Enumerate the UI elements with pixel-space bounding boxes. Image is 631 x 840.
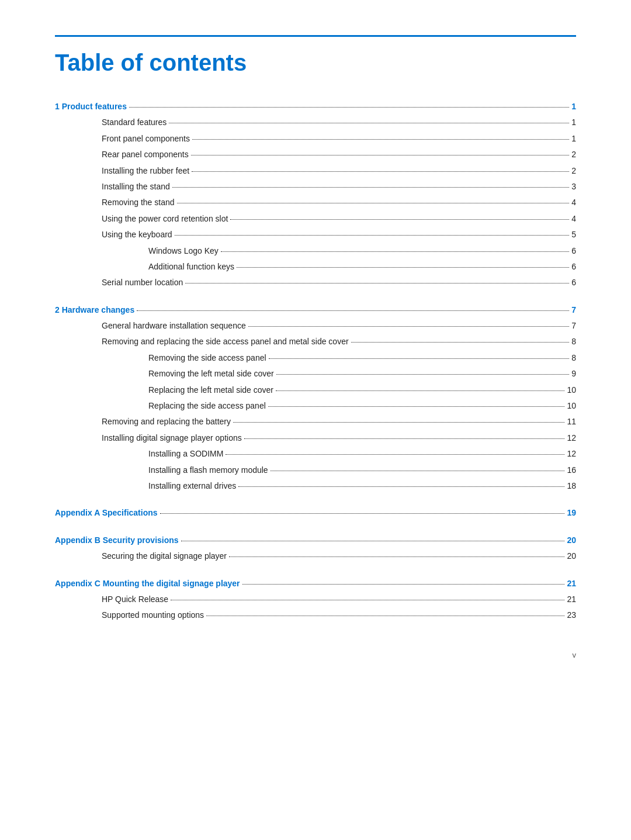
toc-dots: [229, 556, 564, 557]
toc-entry-level1: Appendix A Specifications19: [55, 506, 576, 519]
toc-label: General hardware installation sequence: [102, 319, 246, 332]
toc-label: Standard features: [102, 116, 167, 129]
toc-dots: [221, 251, 569, 252]
toc-page: 2: [571, 148, 576, 161]
toc-entry-level2: Standard features1: [55, 116, 576, 129]
toc-entry-level2: Removing and replacing the battery11: [55, 415, 576, 428]
toc-label: Rear panel components: [102, 148, 189, 161]
toc-page: 8: [571, 335, 576, 348]
toc-label: Installing the stand: [102, 180, 170, 193]
toc-page: 23: [567, 609, 576, 621]
toc-entry-level1: Appendix B Security provisions20: [55, 534, 576, 547]
toc-entry-level3: Windows Logo Key6: [55, 244, 576, 257]
toc-section: Appendix A Specifications19: [55, 506, 576, 519]
toc-page: 20: [567, 534, 576, 547]
toc-entry-level2: HP Quick Release21: [55, 593, 576, 606]
toc-page: 7: [571, 303, 576, 316]
toc-page: 2: [571, 164, 576, 177]
toc-entry-level2: Front panel components1: [55, 132, 576, 145]
toc-dots: [185, 283, 569, 284]
toc-dots: [244, 438, 565, 439]
toc-dots: [177, 203, 570, 203]
toc-dots: [268, 406, 565, 407]
toc-page: 6: [571, 276, 576, 289]
toc-entry-level2: Supported mounting options23: [55, 609, 576, 621]
toc-label: Installing digital signage player option…: [102, 431, 242, 444]
toc-entry-level1: 2 Hardware changes7: [55, 303, 576, 316]
toc-label: Removing the left metal side cover: [148, 367, 274, 380]
toc-page: 4: [571, 212, 576, 225]
toc-entry-level3: Removing the left metal side cover9: [55, 367, 576, 380]
toc-dots: [271, 471, 565, 471]
toc-dots: [276, 390, 564, 391]
toc-dots: [230, 219, 569, 220]
toc-label: Removing and replacing the battery: [102, 415, 231, 428]
toc-label: Appendix A Specifications: [55, 506, 158, 519]
toc-label: Supported mounting options: [102, 609, 204, 621]
toc-page: 21: [567, 577, 576, 590]
toc-dots: [206, 616, 564, 616]
toc-dots: [248, 326, 569, 327]
toc-page: 21: [567, 593, 576, 606]
toc-label: 1 Product features: [55, 100, 127, 113]
toc-entry-level3: Replacing the left metal side cover10: [55, 383, 576, 396]
toc-label: Installing external drives: [148, 479, 236, 492]
toc-page: 3: [571, 180, 576, 193]
toc-entry-level1: Appendix C Mounting the digital signage …: [55, 577, 576, 590]
toc-page: 1: [571, 132, 576, 145]
toc-dots: [276, 374, 569, 375]
toc-label: Installing the rubber feet: [102, 164, 189, 177]
toc-page: 20: [567, 549, 576, 562]
toc-section: 2 Hardware changes7General hardware inst…: [55, 303, 576, 493]
toc-page: 5: [571, 228, 576, 241]
toc-entry-level2: Using the power cord retention slot4: [55, 212, 576, 225]
toc-entry-level3: Removing the side access panel8: [55, 351, 576, 364]
toc-entry-level3: Replacing the side access panel10: [55, 399, 576, 412]
title-section: Table of contents: [55, 49, 576, 77]
toc-label: Securing the digital signage player: [102, 549, 227, 562]
toc-dots: [175, 235, 570, 236]
toc-dots: [169, 123, 569, 123]
toc-label: Installing a flash memory module: [148, 464, 268, 476]
toc-entry-level2: Serial number location6: [55, 276, 576, 289]
toc-entry-level3: Additional function keys6: [55, 260, 576, 273]
toc-dots: [129, 107, 569, 108]
toc-page: 10: [567, 399, 576, 412]
toc-dots: [226, 454, 564, 455]
footer-page-number: v: [573, 651, 577, 659]
toc-dots: [238, 486, 564, 487]
toc-page: 12: [567, 447, 576, 460]
toc-entry-level2: Removing and replacing the side access p…: [55, 335, 576, 348]
toc-page: 16: [567, 464, 576, 476]
toc-page: 4: [571, 196, 576, 209]
toc-dots: [269, 358, 570, 359]
toc-page: 19: [567, 506, 576, 519]
toc-label: 2 Hardware changes: [55, 303, 134, 316]
toc-page: 9: [571, 367, 576, 380]
toc-dots: [192, 139, 569, 140]
toc-dots: [233, 422, 564, 423]
toc-label: Removing the stand: [102, 196, 175, 209]
toc-label: Front panel components: [102, 132, 190, 145]
toc-label: Appendix C Mounting the digital signage …: [55, 577, 240, 590]
page-container: Table of contents 1 Product features1Sta…: [0, 0, 631, 683]
toc-dots: [181, 541, 565, 541]
toc-dots: [191, 155, 570, 155]
toc-label: Installing a SODIMM: [148, 447, 223, 460]
toc-page: 7: [571, 319, 576, 332]
toc-entry-level2: Installing digital signage player option…: [55, 431, 576, 444]
toc-dots: [192, 171, 569, 172]
toc-label: Removing the side access panel: [148, 351, 266, 364]
toc-entry-level2: Installing the rubber feet2: [55, 164, 576, 177]
toc-page: 8: [571, 351, 576, 364]
toc-page: 18: [567, 479, 576, 492]
toc-label: Windows Logo Key: [148, 244, 219, 257]
toc-label: Serial number location: [102, 276, 183, 289]
toc-page: 12: [567, 431, 576, 444]
toc-entry-level3: Installing a SODIMM12: [55, 447, 576, 460]
toc-page: 1: [571, 116, 576, 129]
toc-entry-level2: Installing the stand3: [55, 180, 576, 193]
toc-page: 11: [567, 415, 576, 428]
toc-content: 1 Product features1Standard features1Fro…: [55, 100, 576, 622]
page-footer: v: [573, 651, 577, 659]
